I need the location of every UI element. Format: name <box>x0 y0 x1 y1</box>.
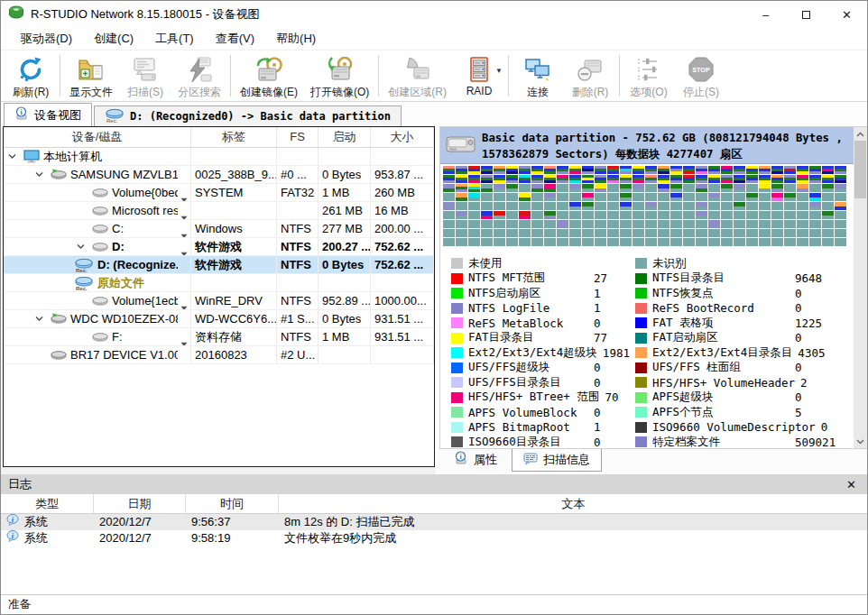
log-row[interactable]: i系统2020/12/79:56:378m 12s 的 D: 扫描已完成 <box>1 514 868 530</box>
tree-row[interactable]: Volume{1ecb0c98-..WinRE_DRVNTFS952.89 ..… <box>4 292 434 310</box>
legend-swatch <box>635 392 647 403</box>
device-name-cell: Volume{1ecb0c98-.. <box>4 292 191 309</box>
chevron-down-icon[interactable] <box>34 170 47 179</box>
legend-swatch <box>451 333 463 344</box>
legend-swatch <box>635 317 647 328</box>
tree-row[interactable]: D:软件游戏NTFS200.27 ...752.62 ... <box>4 238 434 256</box>
tree-row[interactable]: WDC WD10EZEX-08W...WD-WCC6Y6...#1 S...0 … <box>4 310 434 328</box>
scan-block <box>456 193 467 201</box>
tree-row[interactable]: BR17 DEVICE V1.00 1....20160823#2 U... <box>4 346 434 364</box>
legend-count: 0 <box>594 317 601 330</box>
menu-item-3[interactable]: 查看(V) <box>205 28 265 50</box>
legend-item: Ext2/Ext3/Ext4超级块1981 <box>451 345 632 361</box>
log-row[interactable]: i系统2020/12/79:58:19文件枚举在9秒内完成 <box>1 530 868 546</box>
toolbar-button-raid[interactable]: ▼RAID <box>453 52 505 99</box>
toolbar-button-label: 创建镜像(E) <box>240 85 298 100</box>
chevron-down-icon[interactable] <box>76 242 88 252</box>
scan-scrollbar[interactable] <box>854 127 867 448</box>
tree-column-header-0[interactable]: 设备/磁盘 <box>4 127 191 147</box>
device-name-cell: 本地计算机 <box>4 148 191 165</box>
toolbar-button-refresh[interactable]: 刷新(R) <box>5 52 57 99</box>
scroll-up-icon[interactable] <box>854 127 867 141</box>
menu-item-2[interactable]: 工具(T) <box>144 28 205 50</box>
scan-block <box>531 166 543 174</box>
legend-label: FAT启动扇区 <box>652 330 790 345</box>
maximize-button[interactable] <box>786 1 826 28</box>
tab-partition-view[interactable]: Rec.D: (Recognized0) -> Basic data parti… <box>94 106 402 126</box>
scan-block <box>519 211 531 219</box>
tree-column-header-4[interactable]: 大小 <box>371 127 434 147</box>
tree-row[interactable]: F:资料存储NTFS1 MB931.51 ... <box>4 328 434 346</box>
dropdown-arrow-icon[interactable]: ▼ <box>495 67 503 75</box>
tab-device-view[interactable]: i设备视图 <box>4 103 92 126</box>
scan-block <box>721 193 733 201</box>
options-icon <box>634 55 663 84</box>
combo-arrow-icon[interactable] <box>180 335 188 345</box>
toolbar-button-create-region[interactable]: 创建区域(R) <box>382 52 453 99</box>
scan-block-map <box>440 164 854 248</box>
scan-block <box>809 229 821 237</box>
scan-block <box>633 211 644 219</box>
tree-row[interactable]: Microsoft reserve..261 MB16 MB <box>4 202 434 220</box>
toolbar-button-open-image[interactable]: 打开镜像(O) <box>304 52 375 99</box>
scan-block <box>721 202 733 210</box>
scan-block <box>784 238 796 246</box>
scroll-down-icon[interactable] <box>854 435 867 448</box>
combo-arrow-icon[interactable] <box>180 226 188 237</box>
legend-count: 1981 <box>603 346 630 360</box>
tab-properties[interactable]: i属性 <box>443 449 508 470</box>
combo-arrow-icon[interactable] <box>180 244 188 255</box>
scan-block <box>835 202 846 210</box>
tree-row[interactable]: Rec.原始文件 <box>4 274 434 292</box>
scan-block <box>443 202 455 210</box>
combo-arrow-icon[interactable] <box>180 190 188 201</box>
toolbar-button-delete[interactable]: 删除(R) <box>564 52 616 99</box>
tree-row[interactable]: Rec.D: (Recognize...软件游戏NTFS0 Bytes752.6… <box>4 256 434 274</box>
menu-item-1[interactable]: 创建(C) <box>83 28 144 50</box>
cell-start: 1 MB <box>319 184 371 201</box>
toolbar-button-partition-search[interactable]: 分区搜索 <box>171 52 227 99</box>
tree-row[interactable]: SAMSUNG MZVLB1T0...0025_388B_9...#0 ...0… <box>4 166 434 184</box>
toolbar-button-show-files[interactable]: 显示文件 <box>63 52 119 99</box>
scan-block <box>494 175 505 183</box>
scan-block <box>708 166 720 174</box>
log-close-icon[interactable]: ✕ <box>841 478 862 491</box>
device-name: 本地计算机 <box>43 148 102 165</box>
log-column-header-1: 日期 <box>94 494 186 513</box>
toolbar-button-scan[interactable]: 扫描(S) <box>119 52 171 99</box>
toolbar-button-connect[interactable]: 连接 <box>512 52 564 99</box>
tree-column-header-3[interactable]: 启动 <box>319 127 371 147</box>
combo-arrow-icon[interactable] <box>180 298 188 309</box>
horizontal-splitter[interactable] <box>1 467 436 474</box>
legend-swatch <box>451 392 463 403</box>
minimize-button[interactable]: – <box>745 1 786 28</box>
scan-block <box>531 238 543 246</box>
tab-scan-info[interactable]: 扫描信息 <box>512 449 602 472</box>
combo-arrow-icon[interactable] <box>180 208 188 219</box>
toolbar-button-options[interactable]: 选项(O) <box>623 52 675 99</box>
scan-block <box>658 193 669 201</box>
tree-column-header-2[interactable]: FS <box>277 127 319 147</box>
toolbar-button-stop[interactable]: STOP停止(S) <box>675 52 727 99</box>
toolbar-button-create-image[interactable]: 创建镜像(E) <box>234 52 304 99</box>
menu-item-0[interactable]: 驱动器(D) <box>10 28 83 50</box>
tree-row[interactable]: C:WindowsNTFS277 MB200.00 ... <box>4 220 434 238</box>
tree-row[interactable]: Volume{0bedecf0-..SYSTEMFAT321 MB260 MB <box>4 184 434 202</box>
tree-row[interactable]: 本地计算机 <box>4 148 434 166</box>
scan-block <box>721 175 733 183</box>
legend-column-right: 未识别NTFS目录条目9648NTFS恢复点0ReFS BootRecord0F… <box>635 256 852 450</box>
menu-item-4[interactable]: 帮助(H) <box>265 28 327 50</box>
scan-block <box>746 166 758 174</box>
scroll-thumb[interactable] <box>854 141 866 198</box>
chevron-down-icon[interactable] <box>7 151 20 161</box>
scan-block <box>797 220 808 228</box>
legend-item: FAT目录条目77 <box>451 331 632 346</box>
close-button[interactable]: ✕ <box>826 1 867 28</box>
scan-block <box>734 202 745 210</box>
chevron-down-icon[interactable] <box>34 314 47 324</box>
scan-block <box>443 193 455 201</box>
scan-block <box>443 229 455 237</box>
scan-block <box>544 211 556 219</box>
scan-block <box>809 238 821 246</box>
tree-column-header-1[interactable]: 标签 <box>191 127 277 147</box>
